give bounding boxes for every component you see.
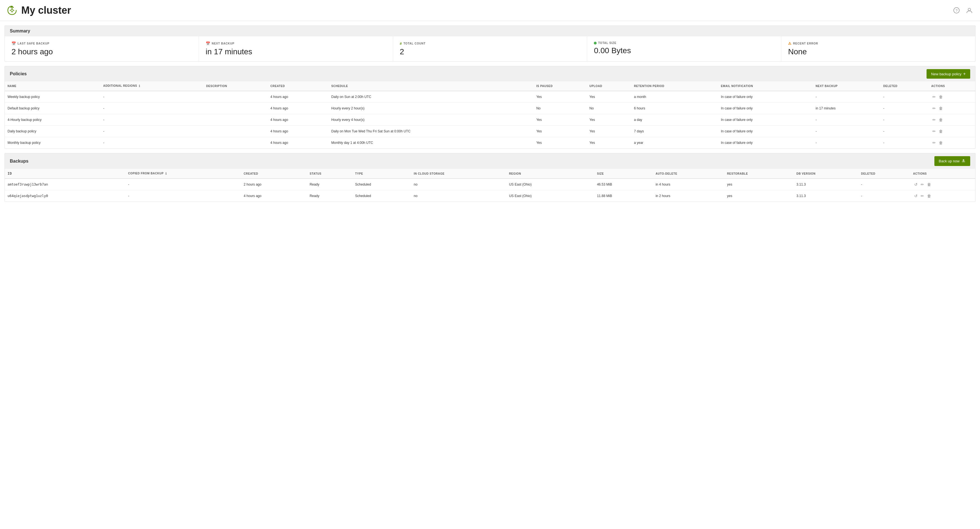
policies-table-header-row: NAME ADDITIONAL REGIONS ℹ DESCRIPTION CR… <box>5 81 975 91</box>
policies-title: Policies <box>10 72 27 76</box>
policy-row: 4-Hourly backup policy - 4 hours ago Hou… <box>5 114 975 126</box>
back-up-now-button[interactable]: Back up now <box>934 156 970 166</box>
policy-edit-icon[interactable]: ✏ <box>931 140 937 145</box>
policy-created-cell: 4 hours ago <box>267 103 329 114</box>
summary-card-last-safe-backup: 📅 Last safe backup 2 hours ago <box>5 37 199 61</box>
col-header-next-backup: NEXT BACKUP <box>813 81 881 91</box>
backups-section: Backups Back up now ID COPIED FROM BACKU… <box>5 153 975 202</box>
col-header-size: SIZE <box>594 169 652 178</box>
policy-delete-icon[interactable]: 🗑 <box>938 140 944 145</box>
total-count-label: # Total count <box>400 41 426 46</box>
user-button[interactable] <box>966 6 973 14</box>
col-header-region: REGION <box>506 169 594 178</box>
policy-next-backup-cell: - <box>813 126 881 137</box>
svg-point-3 <box>968 8 971 11</box>
policy-deleted-cell: - <box>880 126 928 137</box>
backup-delete-icon[interactable]: 🗑 <box>926 193 932 199</box>
policy-additional-regions-cell: - <box>100 126 204 137</box>
policy-upload-cell: Yes <box>587 126 631 137</box>
backup-copied-from-cell: - <box>126 178 241 190</box>
additional-regions-info-icon[interactable]: ℹ <box>139 84 140 88</box>
policy-upload-cell: Yes <box>587 114 631 126</box>
copied-from-backup-info-icon[interactable]: ℹ <box>165 172 167 175</box>
policy-edit-icon[interactable]: ✏ <box>931 117 937 123</box>
backup-delete-icon[interactable]: 🗑 <box>926 182 932 187</box>
col-header-auto-delete: AUTO-DELETE <box>653 169 724 178</box>
page-header: My cluster ? <box>0 0 980 21</box>
help-button[interactable]: ? <box>953 6 961 14</box>
policy-edit-icon[interactable]: ✏ <box>931 94 937 100</box>
backup-created-cell: 4 hours ago <box>241 190 307 202</box>
policy-row: Monthly backup policy - 4 hours ago Mont… <box>5 137 975 149</box>
calendar-icon-2: 📅 <box>206 41 210 46</box>
backup-restorable-cell: yes <box>724 178 794 190</box>
col-header-backup-actions: ACTIONS <box>910 169 975 178</box>
policy-is-paused-cell: Yes <box>533 126 587 137</box>
summary-section-header: Summary <box>5 26 975 37</box>
backup-copied-from-cell: - <box>126 190 241 202</box>
backup-restore-icon[interactable]: ↺ <box>913 193 919 199</box>
col-header-backup-deleted: DELETED <box>858 169 910 178</box>
backup-edit-icon[interactable]: ✏ <box>920 182 925 187</box>
col-header-in-cloud-storage: IN CLOUD STORAGE <box>411 169 506 178</box>
policy-upload-cell: Yes <box>587 137 631 149</box>
next-backup-label: 📅 Next backup <box>206 41 234 46</box>
policy-upload-cell: No <box>587 103 631 114</box>
policies-section: Policies New backup policy + NAME ADDITI… <box>5 66 975 149</box>
backup-auto-delete-cell: in 4 hours <box>653 178 724 190</box>
last-safe-backup-value: 2 hours ago <box>11 47 53 56</box>
backup-in-cloud-storage-cell: no <box>411 178 506 190</box>
col-header-status: STATUS <box>307 169 352 178</box>
green-dot-icon <box>594 42 597 45</box>
policy-is-paused-cell: Yes <box>533 137 587 149</box>
calendar-icon-1: 📅 <box>11 41 16 46</box>
policy-deleted-cell: - <box>880 103 928 114</box>
cluster-icon <box>7 5 18 16</box>
policy-email-notification-cell: In case of failure only <box>718 126 813 137</box>
policy-name-cell: Monthly backup policy <box>5 137 100 149</box>
last-safe-backup-label: 📅 Last safe backup <box>11 41 49 46</box>
policy-additional-regions-cell: - <box>100 91 204 103</box>
backup-in-cloud-storage-cell: no <box>411 190 506 202</box>
backup-db-version-cell: 3.11.3 <box>794 190 858 202</box>
policy-edit-icon[interactable]: ✏ <box>931 129 937 134</box>
backup-restorable-cell: yes <box>724 190 794 202</box>
total-size-value: 0.00 Bytes <box>594 46 631 55</box>
col-header-schedule: SCHEDULE <box>329 81 534 91</box>
policy-next-backup-cell: - <box>813 114 881 126</box>
header-icons-area: ? <box>953 6 973 14</box>
policy-email-notification-cell: In case of failure only <box>718 103 813 114</box>
policy-edit-icon[interactable]: ✏ <box>931 105 937 111</box>
backup-deleted-cell: - <box>858 178 910 190</box>
backups-table: ID COPIED FROM BACKUP ℹ CREATED STATUS T… <box>5 169 975 202</box>
policy-row: Weekly backup policy - 4 hours ago Daily… <box>5 91 975 103</box>
backup-deleted-cell: - <box>858 190 910 202</box>
policy-delete-icon[interactable]: 🗑 <box>938 129 944 134</box>
next-backup-value: in 17 minutes <box>206 47 252 56</box>
policy-retention-period-cell: a year <box>631 137 718 149</box>
backup-type-cell: Scheduled <box>352 178 411 190</box>
policy-delete-icon[interactable]: 🗑 <box>938 105 944 111</box>
policy-delete-icon[interactable]: 🗑 <box>938 94 944 100</box>
policy-actions-cell: ✏ 🗑 <box>929 114 975 126</box>
new-backup-policy-button[interactable]: New backup policy + <box>927 69 970 79</box>
backup-db-version-cell: 3.11.3 <box>794 178 858 190</box>
page-title-area: My cluster <box>7 5 71 16</box>
col-header-copied-from-backup: COPIED FROM BACKUP ℹ <box>126 169 241 178</box>
col-header-retention-period: RETENTION PERIOD <box>631 81 718 91</box>
policies-table: NAME ADDITIONAL REGIONS ℹ DESCRIPTION CR… <box>5 81 975 148</box>
policy-is-paused-cell: No <box>533 103 587 114</box>
policy-deleted-cell: - <box>880 114 928 126</box>
policy-description-cell <box>204 114 268 126</box>
backup-size-cell: 11.88 MiB <box>594 190 652 202</box>
plus-icon: + <box>963 72 966 76</box>
policies-section-header: Policies New backup policy + <box>5 66 975 81</box>
col-header-description: DESCRIPTION <box>204 81 268 91</box>
col-header-id: ID <box>5 169 126 178</box>
policy-name-cell: Weekly backup policy <box>5 91 100 103</box>
backup-restore-icon[interactable]: ↺ <box>913 182 919 187</box>
backup-id-cell: u64qiejasdptwg1uzly0 <box>5 190 126 202</box>
backups-section-header: Backups Back up now <box>5 153 975 169</box>
policy-delete-icon[interactable]: 🗑 <box>938 117 944 123</box>
backup-edit-icon[interactable]: ✏ <box>920 193 925 199</box>
